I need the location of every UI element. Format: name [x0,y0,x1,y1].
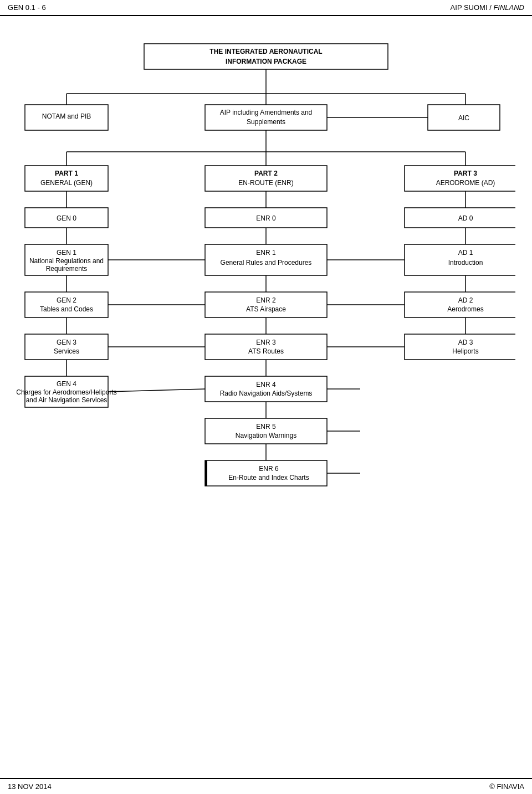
enr3-box [205,334,327,360]
ad2-box [405,292,515,317]
svg-text:Radio Navigation Aids/Systems: Radio Navigation Aids/Systems [220,390,313,397]
ad3-box [405,334,515,360]
svg-text:Introduction: Introduction [448,259,483,267]
enr5-box [205,418,327,444]
svg-text:Charges for Aerodromes/Helipor: Charges for Aerodromes/Heliports [17,388,117,396]
svg-line-70 [108,389,205,392]
page-footer: 13 NOV 2014 © FINAVIA [0,778,532,794]
svg-text:ATS Routes: ATS Routes [248,347,284,355]
svg-text:ATS Airspace: ATS Airspace [246,305,286,313]
svg-text:AD 2: AD 2 [458,296,473,304]
svg-text:Requirements: Requirements [46,265,88,273]
svg-text:ENR 0: ENR 0 [256,214,276,222]
svg-text:INFORMATION PACKAGE: INFORMATION PACKAGE [226,58,306,65]
svg-text:ENR 1: ENR 1 [256,249,276,257]
svg-text:ENR 3: ENR 3 [256,339,276,346]
svg-text:PART 3: PART 3 [454,170,477,177]
diagram-container: text { font-family: Arial, Helvetica, sa… [17,33,515,755]
svg-text:Aerodromes: Aerodromes [447,305,483,313]
svg-text:GEN 1: GEN 1 [57,249,76,257]
svg-text:PART 1: PART 1 [55,170,78,177]
svg-text:ENR 2: ENR 2 [256,296,276,304]
svg-text:AIC: AIC [458,114,469,122]
svg-text:GENERAL (GEN): GENERAL (GEN) [40,179,93,187]
svg-text:NOTAM and PIB: NOTAM and PIB [42,112,91,120]
enr2-box [205,292,327,317]
enr4-box [205,376,327,402]
svg-rect-75 [205,460,207,486]
svg-text:GEN 4: GEN 4 [57,380,76,388]
svg-text:AD 1: AD 1 [458,249,473,257]
gen3-box [25,334,108,360]
svg-text:ENR 4: ENR 4 [256,381,276,388]
svg-text:GEN 2: GEN 2 [57,296,76,304]
diagram-svg: text { font-family: Arial, Helvetica, sa… [17,33,515,753]
gen2-box [25,292,108,317]
footer-copyright: © FINAVIA [489,782,524,791]
svg-text:En-Route and Index Charts: En-Route and Index Charts [228,474,309,481]
svg-text:EN-ROUTE (ENR): EN-ROUTE (ENR) [238,179,293,187]
svg-text:PART 2: PART 2 [254,170,278,177]
svg-text:Tables and Codes: Tables and Codes [40,305,93,313]
svg-text:ENR 5: ENR 5 [256,423,276,431]
svg-text:AIP including Amendments and: AIP including Amendments and [220,109,313,116]
svg-text:AD 3: AD 3 [458,339,473,346]
svg-text:ENR 6: ENR 6 [259,465,279,473]
svg-text:Services: Services [54,347,79,355]
svg-text:Navigation Warnings: Navigation Warnings [236,432,296,439]
svg-text:Heliports: Heliports [452,347,478,355]
svg-text:AD 0: AD 0 [458,214,473,222]
header-right: AIP SUOMI / FINLAND [451,3,524,12]
page-header: GEN 0.1 - 6 AIP SUOMI / FINLAND [0,0,532,16]
main-content: text { font-family: Arial, Helvetica, sa… [0,16,532,788]
footer-date: 13 NOV 2014 [8,782,52,791]
svg-text:Supplements: Supplements [247,118,285,126]
svg-text:GEN 3: GEN 3 [57,339,76,346]
svg-text:THE INTEGRATED AERONAUTICAL: THE INTEGRATED AERONAUTICAL [209,48,322,55]
svg-text:General Rules and Procedures: General Rules and Procedures [221,259,312,267]
svg-text:AERODROME (AD): AERODROME (AD) [436,179,495,187]
svg-text:National Regulations and: National Regulations and [29,257,104,265]
enr6-box [205,460,327,486]
svg-text:GEN 0: GEN 0 [57,214,76,222]
header-left: GEN 0.1 - 6 [8,3,46,12]
svg-text:and Air Navigation Services: and Air Navigation Services [26,396,108,404]
